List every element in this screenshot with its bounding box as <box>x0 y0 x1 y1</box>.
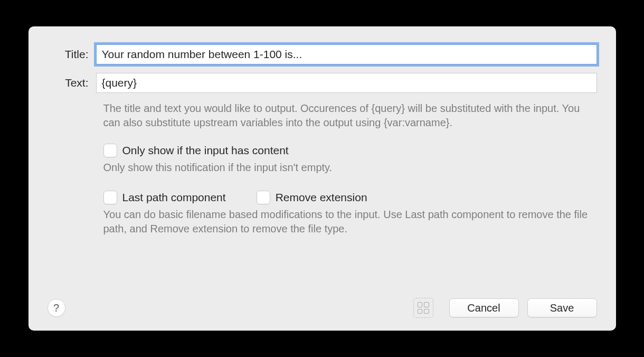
remove-ext-group: Remove extension <box>257 191 367 204</box>
only-show-checkbox[interactable] <box>103 144 117 157</box>
last-path-group: Last path component <box>103 191 226 204</box>
grid-button[interactable] <box>413 298 433 318</box>
title-input[interactable] <box>96 44 597 64</box>
remove-ext-checkbox[interactable] <box>257 191 270 204</box>
text-label: Text: <box>48 77 96 89</box>
only-show-label: Only show if the input has content <box>122 144 289 157</box>
save-button[interactable]: Save <box>527 298 597 317</box>
only-show-row: Only show if the input has content <box>103 144 597 157</box>
text-row: Text: <box>48 73 597 93</box>
text-input[interactable] <box>96 73 597 93</box>
grid-icon <box>418 302 429 314</box>
help-button[interactable]: ? <box>48 299 65 317</box>
title-row: Title: <box>48 44 597 64</box>
only-show-help-text: Only show this notification if the input… <box>103 161 597 175</box>
dialog-panel: Title: Text: The title and text you woul… <box>29 26 616 331</box>
bottom-bar: ? Cancel Save <box>48 298 597 318</box>
last-path-checkbox[interactable] <box>103 191 117 204</box>
filename-row: Last path component Remove extension <box>103 191 597 204</box>
title-label: Title: <box>48 48 96 61</box>
last-path-label: Last path component <box>122 191 226 204</box>
filename-help-text: You can do basic filename based modifica… <box>103 208 597 236</box>
only-show-group: Only show if the input has content <box>103 144 289 157</box>
output-help-text: The title and text you would like to out… <box>103 101 597 130</box>
help-icon: ? <box>53 302 59 314</box>
cancel-button[interactable]: Cancel <box>449 298 519 317</box>
remove-ext-label: Remove extension <box>276 191 367 204</box>
